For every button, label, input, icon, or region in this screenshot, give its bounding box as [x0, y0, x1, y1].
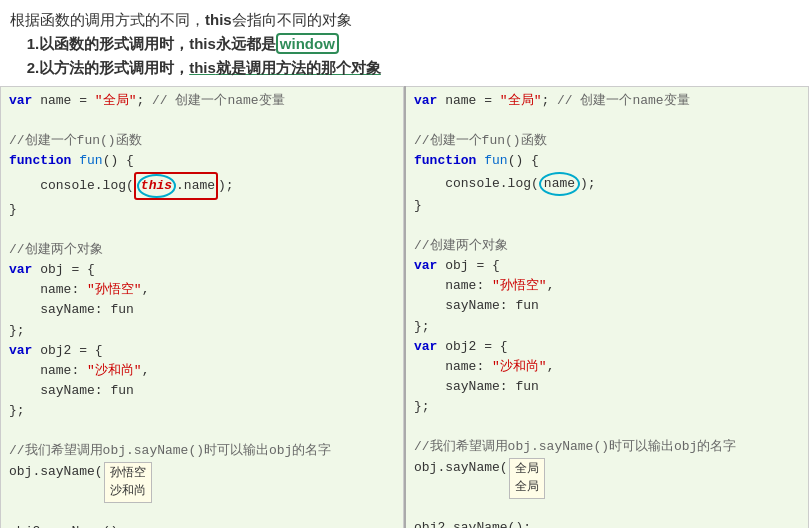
right-line-func: function fun() {	[414, 151, 800, 171]
right-line-blank1	[414, 111, 800, 131]
right-line-name2: name: "沙和尚",	[414, 357, 800, 377]
left-line-blank3	[9, 421, 395, 441]
name-circle-right: name	[539, 172, 580, 196]
right-line-call2: obj2.sayName();	[414, 518, 800, 528]
left-line-close1: }	[9, 200, 395, 220]
left-line-log: console.log(this.name);	[9, 172, 395, 200]
left-line-sayname1: sayName: fun	[9, 300, 395, 320]
header-line3: 2.以方法的形式调用时，this就是调用方法的那个对象	[10, 56, 799, 80]
right-line-comment2: //创建两个对象	[414, 236, 800, 256]
right-line-comment1: //创建一个fun()函数	[414, 131, 800, 151]
right-line-sayname1: sayName: fun	[414, 296, 800, 316]
content-area: var name = "全局"; // 创建一个name变量 //创建一个fun…	[0, 86, 809, 528]
left-line-sayname2: sayName: fun	[9, 381, 395, 401]
header-line2: 1.以函数的形式调用时，this永远都是window	[10, 32, 799, 56]
left-code-panel: var name = "全局"; // 创建一个name变量 //创建一个fun…	[0, 86, 404, 528]
method-desc: 就是调用方法的那个对象	[216, 59, 381, 76]
left-tooltip: 孙悟空 沙和尚	[104, 462, 152, 503]
left-line-obj1: var obj = {	[9, 260, 395, 280]
right-line-sayname2: sayName: fun	[414, 377, 800, 397]
left-line-objclose2: };	[9, 401, 395, 421]
left-line-1: var name = "全局"; // 创建一个name变量	[9, 91, 395, 111]
right-line-close1: }	[414, 196, 800, 216]
this-keyword-h3: this	[189, 59, 216, 76]
right-line-name1: name: "孙悟空",	[414, 276, 800, 296]
right-line-call1: obj.sayName(); 全局 全局	[414, 458, 800, 518]
left-line-name1: name: "孙悟空",	[9, 280, 395, 300]
header-line1: 根据函数的调用方式的不同，this会指向不同的对象	[10, 8, 799, 32]
right-code-panel: var name = "全局"; // 创建一个name变量 //创建一个fun…	[406, 86, 809, 528]
right-line-blank3	[414, 417, 800, 437]
left-line-blank2	[9, 220, 395, 240]
this-keyword-h1: this	[205, 11, 232, 28]
right-line-blank2	[414, 216, 800, 236]
right-line-obj1: var obj = {	[414, 256, 800, 276]
left-line-obj2: var obj2 = {	[9, 341, 395, 361]
left-line-name2: name: "沙和尚",	[9, 361, 395, 381]
this-circle-left: this	[137, 174, 176, 198]
right-line-comment3: //我们希望调用obj.sayName()时可以输出obj的名字	[414, 437, 800, 457]
window-highlight: window	[276, 33, 339, 54]
left-line-func: function fun() {	[9, 151, 395, 171]
this-name-box: this.name	[134, 172, 218, 200]
left-line-comment2: //创建两个对象	[9, 240, 395, 260]
right-line-objclose1: };	[414, 317, 800, 337]
right-line-log: console.log(name);	[414, 172, 800, 196]
left-line-call1: obj.sayName(); 孙悟空 沙和尚	[9, 462, 395, 522]
header-section: 根据函数的调用方式的不同，this会指向不同的对象 1.以函数的形式调用时，th…	[0, 0, 809, 86]
left-line-call2: obj2.sayName();	[9, 522, 395, 528]
left-line-comment1: //创建一个fun()函数	[9, 131, 395, 151]
right-line-obj2: var obj2 = {	[414, 337, 800, 357]
left-line-blank1	[9, 111, 395, 131]
this-keyword-h2: this	[189, 35, 216, 52]
right-tooltip: 全局 全局	[509, 458, 545, 499]
left-line-comment3: //我们希望调用obj.sayName()时可以输出obj的名字	[9, 441, 395, 461]
right-line-1: var name = "全局"; // 创建一个name变量	[414, 91, 800, 111]
left-line-objclose1: };	[9, 321, 395, 341]
right-line-objclose2: };	[414, 397, 800, 417]
